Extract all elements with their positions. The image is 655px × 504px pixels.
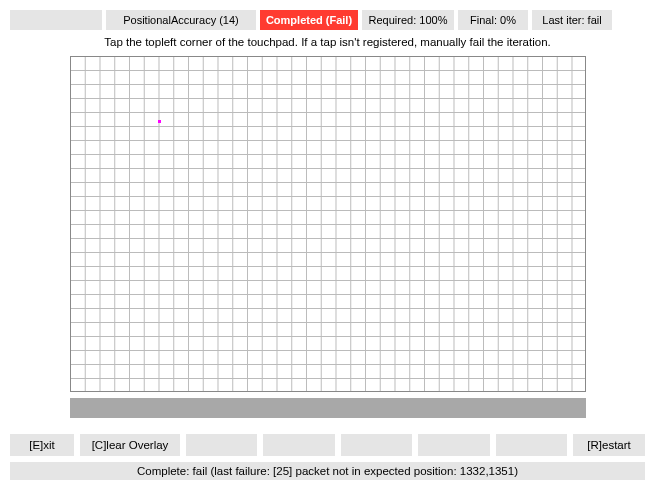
exit-button[interactable]: [E]xit [10,434,74,456]
bottom-blank-5 [496,434,567,456]
final-chip: Final: 0% [458,10,528,30]
restart-button[interactable]: [R]estart [573,434,645,456]
touchpad-grid[interactable] [70,56,586,392]
last-iter-chip: Last iter: fail [532,10,612,30]
instruction-text: Tap the topleft corner of the touchpad. … [10,36,645,48]
tap-marker [158,120,161,123]
top-chip-blank-1 [10,10,102,30]
clear-overlay-button[interactable]: [C]lear Overlay [80,434,180,456]
bottom-blank-3 [341,434,412,456]
bottom-blank-4 [418,434,489,456]
grid-status-bar [70,398,586,418]
bottom-blank-1 [186,434,257,456]
status-line: Complete: fail (last failure: [25] packe… [10,462,645,480]
bottom-blank-2 [263,434,334,456]
test-name-chip: PositionalAccuracy (14) [106,10,256,30]
top-status-strip: PositionalAccuracy (14) Completed (Fail)… [10,10,645,30]
required-chip: Required: 100% [362,10,454,30]
bottom-button-strip: [E]xit [C]lear Overlay [R]estart [10,434,645,456]
status-chip: Completed (Fail) [260,10,358,30]
